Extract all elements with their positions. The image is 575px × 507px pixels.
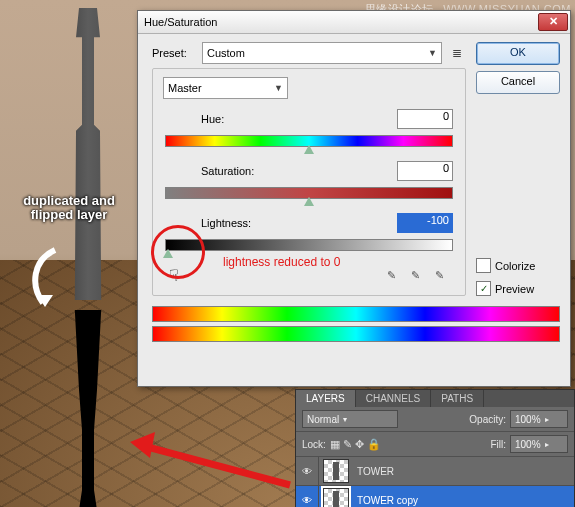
layer-name[interactable]: TOWER — [357, 466, 394, 477]
fill-input[interactable]: 100%▸ — [510, 435, 568, 453]
eyedropper-add-icon[interactable]: ✎ — [405, 265, 425, 285]
colorize-label: Colorize — [495, 260, 535, 272]
channel-dropdown[interactable]: Master ▼ — [163, 77, 288, 99]
eyedropper-icon[interactable]: ✎ — [381, 265, 401, 285]
colorize-checkbox[interactable] — [476, 258, 491, 273]
preview-checkbox[interactable]: ✓ — [476, 281, 491, 296]
saturation-label: Saturation: — [201, 165, 387, 177]
visibility-toggle[interactable]: 👁 — [296, 457, 319, 485]
lightness-label: Lightness: — [201, 217, 387, 229]
lightness-input[interactable]: -100 — [397, 213, 453, 233]
preset-label: Preset: — [152, 47, 202, 59]
saturation-slider[interactable] — [165, 187, 453, 199]
ok-button[interactable]: OK — [476, 42, 560, 65]
hue-input[interactable]: 0 — [397, 109, 453, 129]
preset-dropdown[interactable]: Custom ▼ — [202, 42, 442, 64]
lock-transparency-icon[interactable]: ▦ — [330, 438, 340, 451]
hue-saturation-dialog: Hue/Saturation ✕ Preset: Custom ▼ ≣ Mast… — [137, 10, 571, 387]
chevron-down-icon: ▼ — [428, 48, 437, 58]
lock-all-icon[interactable]: 🔒 — [367, 438, 381, 451]
preview-label: Preview — [495, 283, 534, 295]
panel-tabs: LAYERS CHANNELS PATHS — [296, 390, 574, 407]
saturation-input[interactable]: 0 — [397, 161, 453, 181]
layer-row[interactable]: 👁 TOWER — [296, 457, 574, 486]
layers-panel: LAYERS CHANNELS PATHS Normal▾ Opacity: 1… — [295, 389, 575, 507]
tab-paths[interactable]: PATHS — [431, 390, 484, 407]
channel-value: Master — [168, 82, 202, 94]
lock-position-icon[interactable]: ✥ — [355, 438, 364, 451]
visibility-toggle[interactable]: 👁 — [296, 486, 319, 507]
hue-strip-top — [152, 306, 560, 322]
adjustment-group: Master ▼ Hue: 0 Saturation: — [152, 68, 466, 296]
curve-arrow-icon — [25, 245, 65, 310]
tab-channels[interactable]: CHANNELS — [356, 390, 431, 407]
hue-slider-knob[interactable] — [304, 145, 314, 154]
hue-label: Hue: — [201, 113, 387, 125]
preset-value: Custom — [207, 47, 245, 59]
close-button[interactable]: ✕ — [538, 13, 568, 31]
cancel-button[interactable]: Cancel — [476, 71, 560, 94]
annotation-lightness: lightness reduced to 0 — [223, 255, 340, 269]
dialog-titlebar[interactable]: Hue/Saturation ✕ — [138, 11, 570, 34]
blend-mode-dropdown[interactable]: Normal▾ — [302, 410, 398, 428]
targeted-adjust-icon[interactable]: ☟ — [169, 266, 179, 285]
opacity-input[interactable]: 100%▸ — [510, 410, 568, 428]
opacity-label: Opacity: — [469, 414, 506, 425]
hue-strip-bottom — [152, 326, 560, 342]
fill-label: Fill: — [490, 439, 506, 450]
layer-name[interactable]: TOWER copy — [357, 495, 418, 506]
layer-row[interactable]: 👁 TOWER copy — [296, 486, 574, 507]
eye-icon: 👁 — [302, 495, 312, 506]
lightness-slider[interactable] — [165, 239, 453, 251]
tab-layers[interactable]: LAYERS — [296, 390, 356, 407]
saturation-slider-knob[interactable] — [304, 197, 314, 206]
preset-menu-icon[interactable]: ≣ — [448, 46, 466, 60]
lightness-slider-knob[interactable] — [163, 249, 173, 258]
chevron-down-icon: ▼ — [274, 83, 283, 93]
layer-thumbnail[interactable] — [323, 459, 349, 483]
hue-slider[interactable] — [165, 135, 453, 147]
layer-list: 👁 TOWER 👁 TOWER copy — [296, 457, 574, 507]
annotation-duplicated: duplicated and flipped layer — [4, 194, 134, 223]
eye-icon: 👁 — [302, 466, 312, 477]
lock-label: Lock: — [302, 439, 326, 450]
dialog-title: Hue/Saturation — [144, 16, 217, 28]
layer-thumbnail[interactable] — [323, 488, 349, 507]
lock-pixels-icon[interactable]: ✎ — [343, 438, 352, 451]
eyedropper-subtract-icon[interactable]: ✎ — [429, 265, 449, 285]
